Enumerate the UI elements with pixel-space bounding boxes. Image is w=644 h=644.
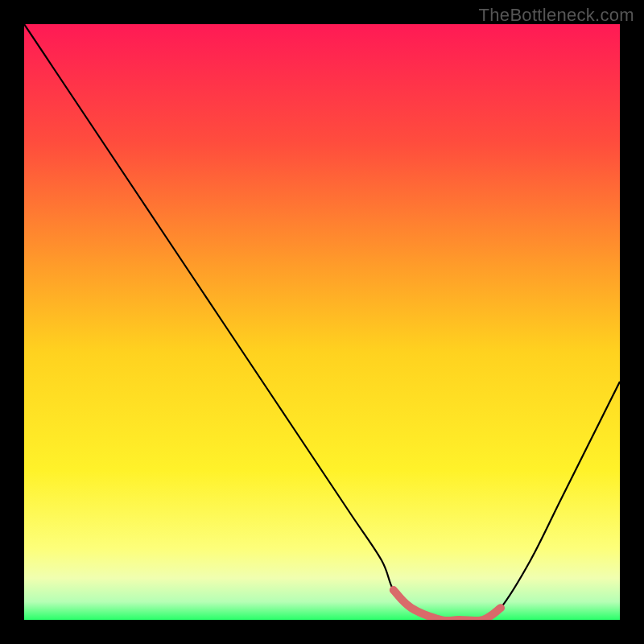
plot-area (24, 24, 620, 620)
watermark-text: TheBottleneck.com (479, 5, 634, 26)
highlight-segment (394, 590, 501, 620)
curve-layer (24, 24, 620, 620)
bottleneck-curve (24, 24, 620, 620)
